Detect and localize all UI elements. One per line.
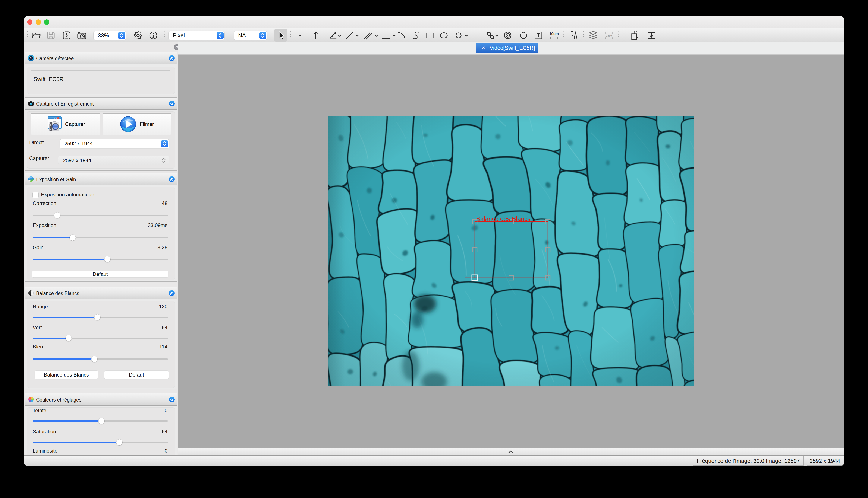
svg-text:10um: 10um: [549, 32, 559, 36]
svg-text:Balance des Blancs: Balance des Blancs: [476, 215, 531, 222]
svg-text:CSV: CSV: [606, 34, 612, 37]
